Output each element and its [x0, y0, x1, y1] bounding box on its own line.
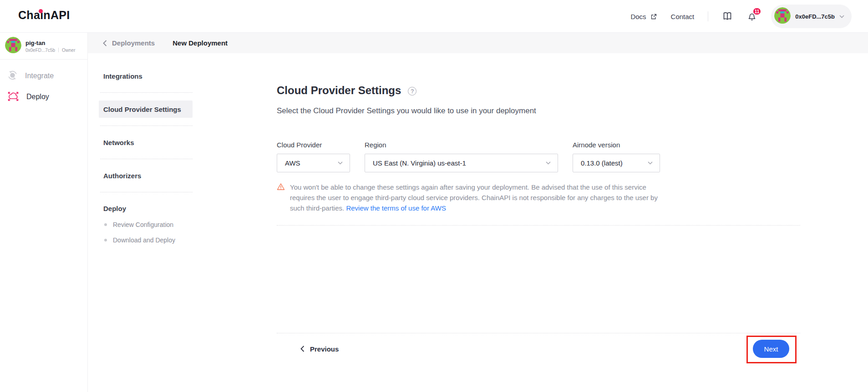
back-to-deployments[interactable]: Deployments — [103, 39, 155, 47]
airnode-version-field: Airnode version 0.13.0 (latest) — [573, 141, 660, 172]
chevron-left-icon — [103, 40, 107, 46]
sidebar-item-integrate-label: Integrate — [25, 72, 54, 80]
warning-text: You won't be able to change these settin… — [290, 182, 665, 213]
team-avatar — [5, 37, 21, 55]
airnode-version-select[interactable]: 0.13.0 (latest) — [573, 154, 660, 172]
warning-triangle-icon — [277, 183, 285, 213]
sidebar-item-deploy[interactable]: Deploy — [0, 86, 87, 107]
chevron-down-icon — [839, 15, 844, 18]
step-download-and-deploy[interactable]: Download and Deploy — [88, 232, 204, 248]
cloud-settings-form: Cloud Provider AWS Region US East (N. Vi… — [277, 141, 660, 172]
step-networks[interactable]: Networks — [88, 126, 204, 159]
step-cloud-provider-settings[interactable]: Cloud Provider Settings — [88, 93, 204, 126]
bullet-dot — [104, 239, 107, 241]
docs-link[interactable]: Docs — [630, 13, 657, 20]
chevron-down-icon — [338, 161, 343, 165]
breadcrumb-back-label: Deployments — [112, 39, 155, 47]
team-switcher[interactable]: pig-tan 0x0eFD...7c5b Owner — [0, 33, 87, 60]
main-sidebar: pig-tan 0x0eFD...7c5b Owner Integrate — [0, 33, 88, 392]
step-authorizers[interactable]: Authorizers — [88, 159, 204, 192]
main-content: Cloud Provider Settings ? Select the Clo… — [277, 53, 800, 392]
page-title: Cloud Provider Settings — [277, 84, 401, 97]
brand-logo[interactable]: ChainAPI — [18, 9, 70, 22]
cloud-provider-select[interactable]: AWS — [277, 154, 350, 172]
account-menu[interactable]: 0x0eFD...7c5b — [771, 5, 852, 28]
page-subtitle: Select the Cloud Provider Settings you w… — [277, 106, 536, 116]
step-review-configuration[interactable]: Review Configuration — [88, 217, 204, 232]
chevron-down-icon — [648, 161, 653, 165]
team-name: pig-tan — [25, 40, 76, 47]
contact-link[interactable]: Contact — [671, 13, 695, 20]
team-meta-separator — [58, 48, 59, 52]
docs-label: Docs — [630, 13, 646, 20]
next-button[interactable]: Next — [753, 340, 789, 358]
region-label: Region — [365, 141, 558, 149]
account-address: 0x0eFD...7c5b — [795, 13, 835, 20]
page-breadcrumb-title: New Deployment — [173, 39, 228, 47]
bullet-dot — [104, 223, 107, 226]
cloud-provider-label: Cloud Provider — [277, 141, 350, 149]
page: ChainAPI Docs Contact — [0, 0, 868, 392]
region-field: Region US East (N. Virginia) us-east-1 — [365, 141, 558, 172]
notifications-button[interactable]: 11 — [746, 11, 757, 22]
content-divider — [277, 225, 800, 226]
external-link-icon — [650, 13, 657, 20]
top-header: ChainAPI Docs Contact — [0, 0, 868, 33]
sidebar-item-integrate[interactable]: Integrate — [0, 65, 87, 86]
airnode-version-label: Airnode version — [573, 141, 660, 149]
contact-label: Contact — [671, 13, 695, 20]
integrate-icon — [6, 69, 19, 83]
account-avatar — [774, 7, 791, 25]
header-actions: Docs Contact — [630, 0, 852, 33]
chevron-left-icon — [300, 346, 305, 352]
cloud-provider-field: Cloud Provider AWS — [277, 141, 350, 172]
deployment-stepper: Integrations Cloud Provider Settings Net… — [88, 53, 204, 248]
region-select[interactable]: US East (N. Virginia) us-east-1 — [365, 154, 558, 172]
brand-logo-dot — [39, 9, 43, 13]
notification-badge: 11 — [752, 7, 762, 15]
deploy-cloud-icon — [6, 90, 20, 104]
settings-warning: You won't be able to change these settin… — [277, 182, 677, 213]
aws-terms-link[interactable]: Review the terms of use for AWS — [346, 204, 446, 212]
wizard-footer: Previous Next — [277, 340, 800, 358]
previous-button[interactable]: Previous — [300, 345, 339, 353]
team-address: 0x0eFD...7c5b — [25, 48, 55, 53]
sidebar-item-deploy-label: Deploy — [26, 93, 49, 101]
step-integrations[interactable]: Integrations — [88, 60, 204, 92]
footer-divider — [277, 333, 800, 333]
breadcrumb-bar: Deployments New Deployment — [88, 33, 868, 53]
docs-book-icon[interactable] — [722, 11, 733, 21]
step-deploy-heading: Deploy — [88, 192, 204, 217]
chevron-down-icon — [546, 161, 551, 165]
header-separator — [708, 11, 708, 21]
team-role: Owner — [62, 48, 75, 53]
help-icon[interactable]: ? — [408, 87, 416, 95]
